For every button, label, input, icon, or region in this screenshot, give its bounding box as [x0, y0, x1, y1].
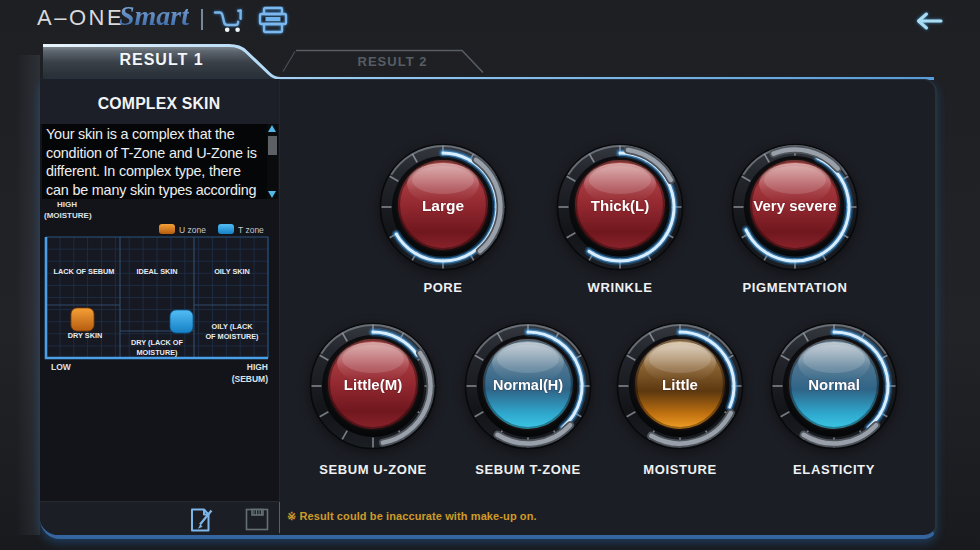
svg-text:Normal: Normal [808, 376, 860, 393]
svg-text:OILY (LACK: OILY (LACK [212, 322, 254, 331]
svg-text:HIGH: HIGH [57, 200, 77, 209]
svg-text:OILY SKIN: OILY SKIN [214, 267, 250, 276]
svg-text:IDEAL SKIN: IDEAL SKIN [136, 267, 177, 276]
svg-text:Little(M): Little(M) [344, 376, 402, 393]
svg-text:LACK OF SEBUM: LACK OF SEBUM [54, 267, 115, 276]
svg-text:(MOISTURE): (MOISTURE) [44, 211, 92, 220]
svg-text:MOISTURE): MOISTURE) [137, 348, 179, 357]
svg-text:T zone: T zone [238, 225, 264, 235]
svg-text:HIGH: HIGH [247, 362, 268, 372]
svg-text:(SEBUM): (SEBUM) [232, 374, 269, 384]
svg-text:Large: Large [422, 197, 465, 214]
svg-text:DRY (LACK OF: DRY (LACK OF [131, 338, 183, 347]
svg-text:Little: Little [662, 376, 698, 393]
svg-text:U zone: U zone [179, 225, 206, 235]
svg-text:LOW: LOW [51, 362, 72, 372]
svg-text:Very severe: Very severe [753, 197, 836, 214]
svg-text:Thick(L): Thick(L) [591, 197, 649, 214]
svg-text:OF MOISTURE): OF MOISTURE) [205, 332, 259, 341]
svg-text:Normal(H): Normal(H) [493, 377, 563, 393]
svg-text:DRY SKIN: DRY SKIN [68, 331, 102, 340]
